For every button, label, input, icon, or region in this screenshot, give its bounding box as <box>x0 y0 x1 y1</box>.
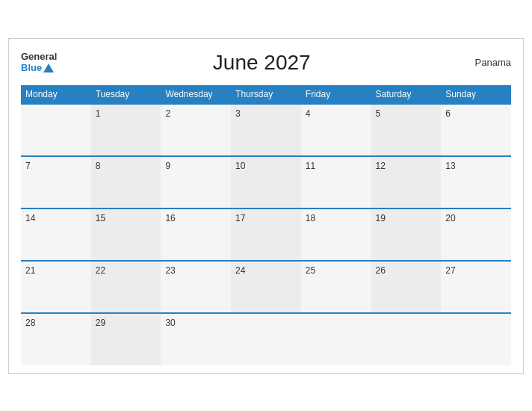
day-number: 11 <box>306 161 315 171</box>
calendar-cell: 13 <box>441 156 511 208</box>
calendar-cell: 29 <box>91 313 161 365</box>
calendar-cell: 3 <box>231 104 301 156</box>
day-number: 13 <box>445 161 455 171</box>
day-number: 16 <box>165 213 175 223</box>
day-number: 18 <box>306 213 315 223</box>
calendar-cell: 1 <box>91 104 161 156</box>
week-row-3: 21222324252627 <box>21 261 511 313</box>
day-number: 19 <box>376 213 386 223</box>
day-number: 17 <box>235 213 245 223</box>
weekday-friday: Friday <box>301 85 371 104</box>
calendar-cell: 18 <box>301 208 371 261</box>
weekday-monday: Monday <box>21 85 91 104</box>
calendar-cell: 22 <box>91 261 161 313</box>
calendar-cell: 30 <box>161 313 231 365</box>
calendar-cell <box>21 104 91 156</box>
calendar-cell <box>441 313 511 365</box>
calendar-cell: 15 <box>91 208 161 261</box>
week-row-0: 123456 <box>21 104 511 156</box>
day-number: 9 <box>165 161 170 171</box>
day-number: 1 <box>96 108 101 119</box>
calendar-title: June 2027 <box>57 51 466 75</box>
day-number: 5 <box>376 108 381 119</box>
calendar-cell: 25 <box>301 261 371 313</box>
week-row-2: 14151617181920 <box>21 208 511 261</box>
logo-triangle-icon <box>43 64 54 72</box>
day-number: 29 <box>96 318 105 328</box>
day-number: 25 <box>306 265 315 276</box>
day-number: 4 <box>306 108 311 119</box>
weekday-header-row: MondayTuesdayWednesdayThursdayFridaySatu… <box>21 85 511 104</box>
calendar-cell: 9 <box>161 156 231 208</box>
day-number: 30 <box>165 318 175 328</box>
calendar-cell: 19 <box>371 208 442 261</box>
calendar-cell: 23 <box>161 261 231 313</box>
week-row-1: 78910111213 <box>21 156 511 208</box>
day-number: 20 <box>445 213 455 223</box>
day-number: 15 <box>96 213 105 223</box>
calendar-cell: 26 <box>371 261 442 313</box>
calendar-cell: 7 <box>21 156 91 208</box>
calendar-cell: 10 <box>231 156 301 208</box>
weekday-wednesday: Wednesday <box>161 85 231 104</box>
weekday-saturday: Saturday <box>371 85 442 104</box>
day-number: 23 <box>165 265 175 276</box>
weekday-tuesday: Tuesday <box>91 85 161 104</box>
day-number: 24 <box>235 265 245 276</box>
day-number: 10 <box>235 161 245 171</box>
calendar-cell: 12 <box>371 156 442 208</box>
day-number: 26 <box>376 265 386 276</box>
day-number: 7 <box>25 161 31 171</box>
calendar-cell <box>371 313 442 365</box>
day-number: 14 <box>25 213 35 223</box>
logo: General Blue <box>21 52 57 73</box>
day-number: 27 <box>445 265 455 276</box>
calendar-cell: 2 <box>161 104 231 156</box>
calendar-cell: 4 <box>301 104 371 156</box>
day-number: 2 <box>165 108 170 119</box>
calendar-cell: 20 <box>441 208 511 261</box>
calendar-cell: 6 <box>441 104 511 156</box>
calendar-cell <box>301 313 371 365</box>
day-number: 22 <box>96 265 105 276</box>
calendar-country: Panama <box>466 57 511 68</box>
calendar-cell <box>231 313 301 365</box>
week-row-4: 282930 <box>21 313 511 365</box>
calendar-cell: 11 <box>301 156 371 208</box>
calendar-cell: 5 <box>371 104 442 156</box>
day-number: 6 <box>445 108 451 119</box>
calendar-cell: 24 <box>231 261 301 313</box>
calendar-cell: 28 <box>21 313 91 365</box>
calendar-cell: 17 <box>231 208 301 261</box>
day-number: 12 <box>376 161 386 171</box>
day-number: 28 <box>25 318 35 328</box>
day-number: 21 <box>25 265 35 276</box>
calendar-cell: 8 <box>91 156 161 208</box>
calendar-header: General Blue June 2027 Panama <box>21 51 511 75</box>
day-number: 8 <box>96 161 101 171</box>
day-number: 3 <box>235 108 241 119</box>
calendar-cell: 27 <box>441 261 511 313</box>
calendar: General Blue June 2027 Panama MondayTues… <box>8 38 524 374</box>
calendar-grid: MondayTuesdayWednesdayThursdayFridaySatu… <box>21 85 511 365</box>
weekday-thursday: Thursday <box>231 85 301 104</box>
calendar-cell: 14 <box>21 208 91 261</box>
weekday-sunday: Sunday <box>441 85 511 104</box>
calendar-cell: 21 <box>21 261 91 313</box>
logo-general-text: General <box>21 52 57 62</box>
calendar-cell: 16 <box>161 208 231 261</box>
logo-blue-text: Blue <box>21 63 54 73</box>
